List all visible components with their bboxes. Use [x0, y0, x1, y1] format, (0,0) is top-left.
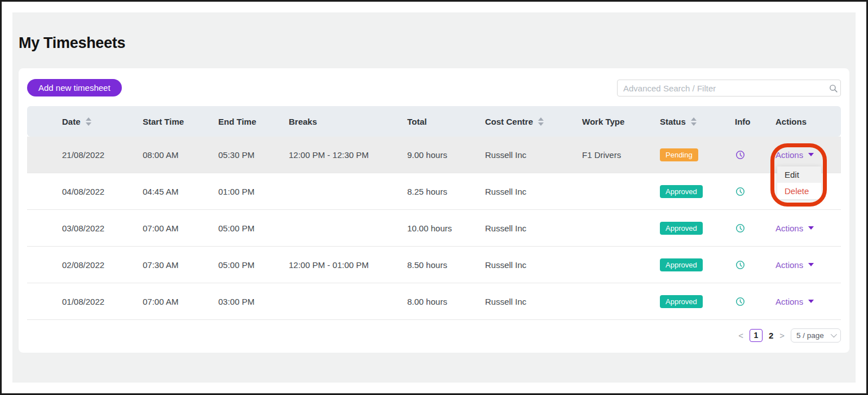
cell-cost-centre: Russell Inc: [485, 187, 582, 196]
sort-icon[interactable]: [538, 117, 544, 126]
cell-date: 03/08/2022: [27, 223, 143, 233]
cell-actions: Actions: [776, 297, 841, 306]
chevron-down-icon: [808, 153, 814, 156]
cell-start-time: 08:00 AM: [143, 150, 218, 160]
cell-total: 8.50 hours: [407, 260, 485, 270]
clock-icon[interactable]: [735, 296, 746, 307]
timesheets-table: Date Start Time End Time Breaks Total Co…: [27, 106, 841, 320]
table-row: 21/08/2022 08:00 AM 05:30 PM 12:00 PM - …: [27, 137, 841, 173]
column-header-start-time: Start Time: [143, 117, 218, 126]
cell-total: 10.00 hours: [407, 223, 485, 233]
table-row: 01/08/2022 07:00 AM 03:00 PM 8.00 hours …: [27, 283, 841, 320]
status-badge: Approved: [660, 222, 703, 235]
cell-date: 04/08/2022: [27, 187, 143, 196]
cell-date: 21/08/2022: [27, 150, 143, 160]
menu-item-edit[interactable]: Edit: [777, 166, 821, 183]
advanced-search-field[interactable]: [617, 80, 841, 96]
column-header-date[interactable]: Date: [27, 117, 143, 126]
clock-icon[interactable]: [735, 223, 746, 234]
table-header-row: Date Start Time End Time Breaks Total Co…: [27, 106, 841, 137]
page-size-select[interactable]: 5 / page: [791, 328, 841, 343]
cell-date: 02/08/2022: [27, 260, 143, 270]
clock-icon[interactable]: [735, 150, 746, 160]
page-title: My Timesheets: [19, 34, 125, 52]
cell-status: Approved: [660, 222, 735, 235]
cell-actions: Actions: [776, 223, 841, 233]
page-button-2[interactable]: 2: [769, 331, 773, 340]
column-header-breaks: Breaks: [289, 117, 407, 126]
status-badge: Approved: [660, 258, 703, 271]
table-row: 04/08/2022 04:45 AM 01:00 PM 8.25 hours …: [27, 173, 841, 210]
chevron-down-icon: [831, 331, 837, 337]
cell-cost-centre: Russell Inc: [485, 260, 582, 270]
status-badge: Pending: [660, 148, 698, 161]
sort-icon[interactable]: [691, 117, 697, 126]
cell-end-time: 05:00 PM: [218, 260, 289, 270]
actions-dropdown-button[interactable]: Actions: [776, 260, 814, 270]
cell-start-time: 07:00 AM: [143, 297, 218, 306]
cell-start-time: 07:30 AM: [143, 260, 218, 270]
cell-total: 9.00 hours: [407, 150, 485, 160]
cell-info: [735, 296, 776, 307]
column-header-info: Info: [735, 117, 776, 126]
menu-item-delete[interactable]: Delete: [777, 183, 821, 199]
cell-start-time: 07:00 AM: [143, 223, 218, 233]
chevron-down-icon: [808, 263, 814, 266]
column-header-total: Total: [407, 117, 485, 126]
cell-total: 8.00 hours: [407, 297, 485, 306]
cell-end-time: 05:00 PM: [218, 223, 289, 233]
cell-info: [735, 260, 776, 270]
add-new-timesheet-button[interactable]: Add new timesheet: [27, 79, 122, 96]
cell-status: Approved: [660, 295, 735, 308]
table-row: 03/08/2022 07:00 AM 05:00 PM 10.00 hours…: [27, 210, 841, 247]
cell-actions: Actions: [776, 260, 841, 270]
cell-cost-centre: Russell Inc: [485, 297, 582, 306]
column-header-status[interactable]: Status: [660, 117, 735, 126]
column-header-end-time: End Time: [218, 117, 289, 126]
table-row: 02/08/2022 07:30 AM 05:00 PM 12:00 PM - …: [27, 247, 841, 283]
cell-status: Approved: [660, 258, 735, 271]
cell-actions: Actions: [776, 150, 841, 160]
cell-cost-centre: Russell Inc: [485, 223, 582, 233]
cell-end-time: 03:00 PM: [218, 297, 289, 306]
pagination: < 1 2 > 5 / page: [738, 328, 841, 343]
actions-dropdown-button[interactable]: Actions: [776, 297, 814, 306]
column-header-work-type: Work Type: [582, 117, 660, 126]
chevron-down-icon: [808, 300, 814, 303]
cell-status: Pending: [660, 148, 735, 161]
cell-info: [735, 223, 776, 234]
cell-breaks: 12:00 PM - 01:00 PM: [289, 260, 407, 270]
cell-total: 8.25 hours: [407, 187, 485, 196]
actions-dropdown-button[interactable]: Actions: [776, 150, 814, 160]
chevron-down-icon: [808, 226, 814, 230]
column-header-actions: Actions: [776, 117, 841, 126]
cell-date: 01/08/2022: [27, 297, 143, 306]
column-header-cost-centre[interactable]: Cost Centre: [485, 117, 582, 126]
actions-dropdown-menu: Edit Delete: [777, 166, 821, 199]
screenshot-frame: My Timesheets Add new timesheet Date Sta…: [0, 0, 868, 395]
status-badge: Approved: [660, 185, 703, 198]
page-button-1[interactable]: 1: [750, 329, 763, 342]
cell-start-time: 04:45 AM: [143, 187, 218, 196]
clock-icon[interactable]: [735, 186, 746, 197]
cell-cost-centre: Russell Inc: [485, 150, 582, 160]
cell-work-type: F1 Drivers: [582, 150, 660, 160]
status-badge: Approved: [660, 295, 703, 308]
search-icon[interactable]: [826, 84, 840, 93]
previous-page-button[interactable]: <: [738, 331, 743, 340]
cell-status: Approved: [660, 185, 735, 198]
next-page-button[interactable]: >: [779, 331, 785, 340]
cell-info: [735, 150, 776, 160]
cell-end-time: 01:00 PM: [218, 187, 289, 196]
sort-icon[interactable]: [86, 117, 91, 126]
timesheets-card: Add new timesheet Date Start Time End Ti…: [19, 68, 849, 353]
actions-dropdown-button[interactable]: Actions: [776, 223, 814, 233]
clock-icon[interactable]: [735, 260, 746, 270]
cell-info: [735, 186, 776, 197]
cell-breaks: 12:00 PM - 12:30 PM: [289, 150, 407, 160]
search-input[interactable]: [618, 84, 826, 93]
cell-end-time: 05:30 PM: [218, 150, 289, 160]
